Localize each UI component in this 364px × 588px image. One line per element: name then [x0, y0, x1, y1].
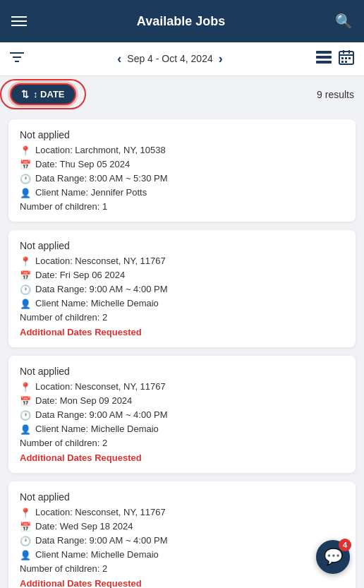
page-title: Available Jobs — [137, 14, 225, 29]
svg-rect-3 — [316, 51, 332, 54]
job-children: Number of children: 2 — [20, 312, 344, 323]
job-date: 📅 Date: Fri Sep 06 2024 — [20, 270, 344, 281]
svg-rect-14 — [345, 61, 347, 63]
job-time-range: 🕐 Data Range: 9:00 AM ~ 4:00 PM — [20, 409, 344, 421]
clock-icon: 🕐 — [20, 174, 31, 184]
job-client: 👤 Client Name: Michelle Demaio — [20, 424, 344, 435]
job-time-range: 🕐 Data Range: 9:00 AM ~ 4:00 PM — [20, 284, 344, 295]
clock-icon: 🕐 — [20, 536, 31, 546]
sort-bar: ⇅ ↕ DATE 9 results — [0, 76, 364, 112]
job-card[interactable]: Not applied 📍 Location: Nesconset, NY, 1… — [8, 481, 356, 588]
job-card[interactable]: Not applied 📍 Location: Larchmont, NY, 1… — [8, 119, 356, 222]
date-nav-bar: ‹ Sep 4 - Oct 4, 2024 › — [0, 42, 364, 76]
chat-badge: 4 — [339, 539, 351, 551]
app-header: Available Jobs 🔍 — [0, 0, 364, 42]
job-status: Not applied — [20, 240, 344, 251]
results-count: 9 results — [317, 89, 354, 100]
svg-rect-4 — [316, 56, 332, 59]
clock-icon: 🕐 — [20, 284, 31, 295]
person-icon: 👤 — [20, 299, 31, 309]
job-location: 📍 Location: Larchmont, NY, 10538 — [20, 145, 344, 156]
svg-rect-12 — [348, 57, 351, 59]
calendar-icon: 📅 — [20, 396, 31, 407]
date-range-label: Sep 4 - Oct 4, 2024 — [127, 52, 212, 65]
location-icon: 📍 — [20, 145, 31, 156]
location-icon: 📍 — [20, 382, 31, 392]
calendar-view-button[interactable] — [339, 49, 354, 68]
location-icon: 📍 — [20, 256, 31, 267]
calendar-icon: 📅 — [20, 270, 31, 281]
job-children: Number of children: 2 — [20, 563, 344, 574]
svg-rect-5 — [316, 61, 332, 64]
calendar-icon: 📅 — [20, 160, 31, 170]
job-status: Not applied — [20, 366, 344, 377]
job-location: 📍 Location: Nesconset, NY, 11767 — [20, 381, 344, 392]
chat-icon: 💬 — [324, 548, 343, 566]
clock-icon: 🕐 — [20, 410, 31, 421]
job-client: 👤 Client Name: Jennifer Potts — [20, 187, 344, 198]
job-date: 📅 Date: Mon Sep 09 2024 — [20, 395, 344, 407]
prev-date-button[interactable]: ‹ — [117, 52, 121, 66]
job-time-range: 🕐 Data Range: 9:00 AM ~ 4:00 PM — [20, 535, 344, 546]
job-cards-container: Not applied 📍 Location: Larchmont, NY, 1… — [0, 112, 364, 588]
job-location: 📍 Location: Nesconset, NY, 11767 — [20, 256, 344, 267]
next-date-button[interactable]: › — [219, 52, 223, 66]
job-status: Not applied — [20, 491, 344, 503]
job-card[interactable]: Not applied 📍 Location: Nesconset, NY, 1… — [8, 356, 356, 473]
svg-rect-10 — [341, 57, 344, 59]
calendar-icon: 📅 — [20, 522, 31, 532]
person-icon: 👤 — [20, 424, 31, 435]
chat-button[interactable]: 💬 4 — [316, 540, 350, 574]
job-date: 📅 Date: Wed Sep 18 2024 — [20, 521, 344, 532]
job-children: Number of children: 1 — [20, 201, 344, 212]
sort-label: ↕ DATE — [33, 89, 65, 100]
job-status: Not applied — [20, 129, 344, 140]
menu-button[interactable] — [11, 16, 27, 26]
location-icon: 📍 — [20, 508, 31, 518]
job-client: 👤 Client Name: Michelle Demaio — [20, 549, 344, 560]
date-sort-button[interactable]: ⇅ ↕ DATE — [10, 83, 76, 105]
job-location: 📍 Location: Nesconset, NY, 11767 — [20, 507, 344, 518]
job-client: 👤 Client Name: Michelle Demaio — [20, 298, 344, 309]
search-icon[interactable]: 🔍 — [335, 13, 353, 30]
list-view-button[interactable] — [316, 51, 332, 67]
person-icon: 👤 — [20, 550, 31, 560]
filter-icon[interactable] — [10, 51, 24, 67]
job-date: 📅 Date: Thu Sep 05 2024 — [20, 159, 344, 170]
svg-rect-11 — [345, 57, 347, 59]
job-time-range: 🕐 Data Range: 8:00 AM ~ 5:30 PM — [20, 173, 344, 184]
job-children: Number of children: 2 — [20, 438, 344, 448]
job-card[interactable]: Not applied 📍 Location: Nesconset, NY, 1… — [8, 230, 356, 347]
person-icon: 👤 — [20, 188, 31, 198]
additional-dates-label: Additional Dates Requested — [20, 578, 344, 588]
additional-dates-label: Additional Dates Requested — [20, 327, 344, 337]
additional-dates-label: Additional Dates Requested — [20, 452, 344, 463]
svg-rect-13 — [341, 61, 344, 63]
sort-arrow-icon: ⇅ — [21, 89, 29, 100]
